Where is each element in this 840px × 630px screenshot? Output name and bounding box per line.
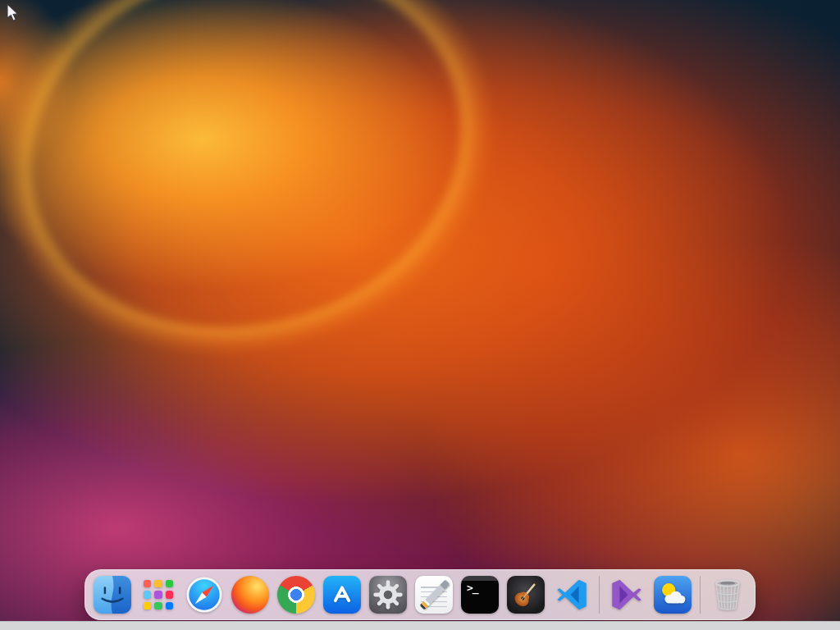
launchpad-dot [154, 591, 162, 598]
dock-item-visual-studio[interactable] [608, 576, 646, 614]
dock-item-chrome[interactable] [277, 576, 315, 614]
dock-item-finder[interactable] [94, 576, 131, 614]
launchpad-dot [166, 580, 173, 587]
app-store-icon [323, 576, 361, 614]
launchpad-icon [139, 576, 177, 614]
dock-item-launchpad[interactable] [139, 576, 177, 614]
chrome-icon [277, 576, 315, 614]
dock-item-vscode[interactable] [553, 576, 591, 614]
dock-item-garageband[interactable] [507, 576, 545, 614]
visual-studio-icon [608, 576, 646, 614]
dock-separator [599, 576, 600, 614]
dock-item-trash[interactable] [709, 576, 746, 614]
dock-item-terminal[interactable]: >_ [461, 576, 499, 614]
firefox-icon [231, 576, 269, 614]
terminal-icon: >_ [461, 576, 499, 614]
launchpad-dot [154, 580, 162, 587]
terminal-prompt-glyph: >_ [467, 582, 478, 593]
dock-item-firefox[interactable] [231, 576, 269, 614]
launchpad-dot [144, 591, 151, 598]
guitar-icon [507, 576, 545, 614]
dock-item-safari[interactable] [185, 576, 223, 614]
dock-item-textedit[interactable] [415, 576, 453, 614]
screen-bottom-edge [0, 621, 840, 630]
desktop: >_ [0, 0, 840, 630]
dock-item-weather[interactable] [654, 576, 692, 614]
trash-icon [709, 576, 746, 614]
textedit-icon [415, 576, 453, 614]
launchpad-dot [144, 602, 151, 609]
dock-separator [700, 576, 701, 614]
gear-icon [369, 576, 407, 614]
launchpad-dot [154, 602, 162, 609]
dock-item-system-settings[interactable] [369, 576, 407, 614]
wallpaper [0, 0, 840, 630]
wallpaper-petal-highlight [0, 0, 555, 422]
sun-cloud-icon [654, 576, 692, 614]
dock: >_ [84, 569, 756, 620]
dock-item-app-store[interactable] [323, 576, 361, 614]
vscode-icon [553, 576, 591, 614]
launchpad-dot [166, 602, 173, 609]
finder-icon [94, 576, 131, 614]
launchpad-dot [166, 591, 173, 598]
safari-icon [185, 576, 223, 614]
launchpad-dot [144, 580, 151, 587]
